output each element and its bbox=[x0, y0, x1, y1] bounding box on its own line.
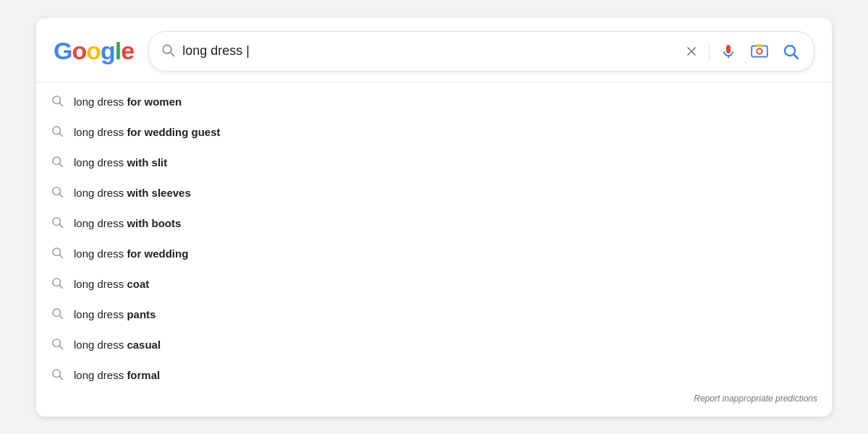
logo-e: e bbox=[121, 37, 134, 64]
suggestion-search-icon bbox=[51, 94, 64, 110]
suggestion-item[interactable]: long dress casual bbox=[36, 330, 832, 360]
suggestion-text: long dress pants bbox=[74, 308, 156, 320]
logo-l: l bbox=[115, 37, 121, 64]
suggestion-text: long dress for wedding bbox=[74, 247, 188, 260]
search-bar bbox=[148, 31, 814, 72]
header: Google bbox=[36, 18, 832, 82]
svg-line-10 bbox=[59, 103, 62, 106]
svg-line-18 bbox=[59, 224, 62, 227]
suggestion-item[interactable]: long dress for women bbox=[36, 87, 832, 117]
suggestion-item[interactable]: long dress for wedding bbox=[36, 239, 832, 269]
suggestion-search-icon bbox=[51, 307, 64, 323]
svg-line-1 bbox=[171, 52, 174, 56]
google-logo: Google bbox=[54, 37, 134, 65]
logo-g: G bbox=[54, 37, 72, 64]
suggestion-item[interactable]: long dress coat bbox=[36, 269, 832, 299]
suggestion-search-icon bbox=[51, 124, 64, 140]
suggestion-item[interactable]: long dress with boots bbox=[36, 208, 832, 239]
suggestion-search-icon bbox=[51, 337, 64, 353]
svg-point-5 bbox=[757, 48, 762, 54]
svg-line-12 bbox=[59, 133, 62, 136]
search-actions bbox=[681, 39, 802, 64]
suggestion-text: long dress formal bbox=[74, 369, 160, 381]
suggestion-search-icon bbox=[51, 155, 64, 171]
suggestion-text: long dress for wedding guest bbox=[74, 126, 221, 138]
suggestion-search-icon bbox=[51, 246, 64, 262]
suggestion-text: long dress for women bbox=[74, 95, 182, 108]
svg-rect-4 bbox=[752, 46, 767, 56]
svg-line-24 bbox=[59, 315, 62, 318]
suggestion-search-icon bbox=[51, 216, 64, 231]
search-icon bbox=[161, 43, 175, 60]
logo-o1: o bbox=[72, 37, 86, 64]
suggestion-item[interactable]: long dress pants bbox=[36, 299, 832, 330]
logo-o2: o bbox=[86, 37, 101, 64]
svg-line-26 bbox=[59, 346, 62, 349]
suggestion-text: long dress coat bbox=[74, 278, 149, 290]
search-submit-button[interactable] bbox=[779, 40, 802, 63]
svg-line-22 bbox=[59, 285, 62, 288]
suggestion-item[interactable]: long dress formal bbox=[36, 360, 832, 391]
report-link[interactable]: Report inappropriate predictions bbox=[36, 391, 832, 409]
search-input[interactable] bbox=[182, 43, 674, 59]
microphone-button[interactable] bbox=[717, 40, 740, 63]
suggestion-item[interactable]: long dress for wedding guest bbox=[36, 117, 832, 148]
vertical-divider bbox=[709, 43, 710, 60]
google-search-page: Google bbox=[36, 18, 832, 417]
svg-line-28 bbox=[59, 376, 62, 379]
svg-line-20 bbox=[59, 255, 62, 258]
clear-button[interactable] bbox=[681, 41, 702, 61]
svg-rect-6 bbox=[757, 44, 763, 46]
suggestion-item[interactable]: long dress with slit bbox=[36, 148, 832, 178]
suggestion-item[interactable]: long dress with sleeves bbox=[36, 178, 832, 208]
logo-g2: g bbox=[101, 37, 115, 64]
svg-line-8 bbox=[794, 54, 799, 59]
suggestion-text: long dress with slit bbox=[74, 156, 167, 169]
suggestion-text: long dress with boots bbox=[74, 217, 181, 229]
suggestion-search-icon bbox=[51, 276, 64, 292]
image-search-button[interactable] bbox=[747, 39, 772, 64]
svg-line-16 bbox=[59, 194, 62, 197]
svg-line-14 bbox=[59, 163, 62, 166]
suggestion-text: long dress with sleeves bbox=[74, 187, 191, 199]
suggestion-text: long dress casual bbox=[74, 339, 161, 351]
suggestion-search-icon bbox=[51, 367, 64, 383]
suggestion-search-icon bbox=[51, 185, 64, 201]
suggestions-list: long dress for women long dress for wedd… bbox=[36, 82, 832, 417]
